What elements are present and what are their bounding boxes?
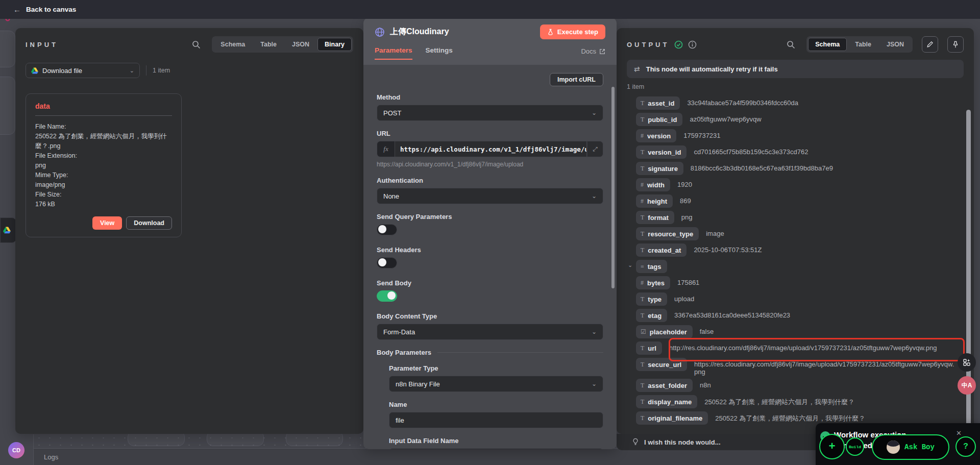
external-link-icon	[599, 48, 605, 55]
add-button[interactable]: +	[819, 434, 845, 459]
node-title: 上傳Cloudinary	[390, 27, 535, 37]
field-key: tags	[648, 263, 662, 271]
output-row-placeholder[interactable]: ☑placeholderfalse	[636, 325, 964, 338]
output-row-asset_folder[interactable]: Tasset_foldern8n	[636, 379, 964, 392]
ask-boy-button[interactable]: Ask Boy	[872, 434, 949, 460]
input-tab-json[interactable]: JSON	[285, 38, 316, 51]
field-pill[interactable]: Tasset_id	[636, 96, 680, 110]
input-tab-binary[interactable]: Binary	[317, 38, 352, 51]
retry-banner: ⇄ This node will automatically retry if …	[627, 60, 964, 78]
send-query-parameters-toggle[interactable]	[377, 224, 397, 235]
open-expression-editor-icon[interactable]: ⤢	[587, 141, 603, 157]
output-row-asset_id[interactable]: Tasset_id33c94fabace57a4f599b0346fdcc60d…	[636, 96, 964, 110]
execute-step-button[interactable]: Execute step	[540, 25, 605, 39]
output-row-height[interactable]: #height869	[636, 194, 964, 208]
field-pill[interactable]: Tresource_type	[636, 227, 699, 240]
field-pill[interactable]: Tformat	[636, 211, 674, 224]
input-data-field-name-input[interactable]: data	[389, 448, 603, 449]
field-pill[interactable]: Tversion_id	[636, 145, 687, 159]
field-pill[interactable]: Turl	[636, 341, 662, 355]
field-pill[interactable]: Tsignature	[636, 162, 683, 175]
output-row-resource_type[interactable]: Tresource_typeimage	[636, 227, 964, 240]
field-key: version	[647, 132, 671, 140]
help-button[interactable]: ?	[955, 436, 976, 457]
field-key: format	[648, 214, 668, 222]
send-headers-toggle[interactable]	[377, 257, 397, 268]
tab-settings[interactable]: Settings	[426, 46, 453, 60]
expression-fx-toggle[interactable]: fx	[377, 141, 395, 157]
output-row-width[interactable]: #width1920	[636, 178, 964, 191]
output-row-type[interactable]: Ttypeupload	[636, 292, 964, 306]
output-row-etag[interactable]: Tetag3367ea53d8161ca0deee51345820fe23	[636, 309, 964, 322]
output-tab-table[interactable]: Table	[848, 38, 878, 51]
parameter-type-select[interactable]: n8n Binary File⌄	[389, 376, 603, 392]
field-pill[interactable]: Tcreated_at	[636, 243, 687, 257]
extensions-icon[interactable]	[958, 353, 976, 372]
google-drive-node[interactable]	[0, 217, 17, 243]
close-icon[interactable]: ✕	[956, 429, 962, 437]
output-row-secure_url[interactable]: Tsecure_urlhttps://res.cloudinary.com/df…	[636, 358, 964, 376]
output-row-url[interactable]: Turlhttp://res.cloudinary.com/dfj86vlj7/…	[636, 341, 964, 355]
string-type-icon: T	[641, 382, 644, 389]
download-button[interactable]: Download	[126, 216, 172, 230]
field-pill[interactable]: Tpublic_id	[636, 113, 682, 126]
edit-output-button[interactable]	[922, 36, 938, 53]
build-button[interactable]: Build	[846, 437, 864, 456]
field-pill[interactable]: #width	[636, 178, 670, 191]
output-row-created_at[interactable]: Tcreated_at2025-10-06T07:53:51Z	[636, 243, 964, 257]
field-pill[interactable]: #bytes	[636, 276, 670, 289]
user-avatar[interactable]: CD	[8, 442, 24, 458]
node-panel-scrollbar[interactable]	[611, 87, 615, 288]
field-pill[interactable]: Toriginal_filename	[636, 411, 708, 425]
string-type-icon: T	[641, 230, 644, 238]
output-row-format[interactable]: Tformatpng	[636, 211, 964, 224]
output-row-signature[interactable]: Tsignature8186bcc6c3b3db0168e5c67ea63f1f…	[636, 162, 964, 175]
input-search-icon[interactable]	[192, 40, 201, 49]
field-key: created_at	[648, 247, 681, 254]
field-pill[interactable]: #height	[636, 194, 673, 208]
input-data-field-name-label: Input Data Field Name	[389, 437, 603, 445]
field-pill[interactable]: Tetag	[636, 309, 667, 322]
output-search-icon[interactable]	[787, 40, 795, 49]
docs-link[interactable]: Docs	[581, 47, 605, 60]
back-to-canvas-link[interactable]: Back to canvas	[26, 6, 76, 13]
translate-icon[interactable]: 中A	[958, 376, 976, 395]
field-pill[interactable]: Ttype	[636, 292, 667, 306]
method-select[interactable]: POST⌄	[377, 105, 603, 121]
output-row-version_id[interactable]: Tversion_idcd701665cf75b85b159c5c3e373cd…	[636, 145, 964, 159]
output-row-tags[interactable]: ⌄≡tags	[636, 260, 964, 273]
string-type-icon: T	[641, 345, 644, 352]
info-icon[interactable]	[688, 40, 697, 49]
field-pill[interactable]: ☑placeholder	[636, 325, 693, 338]
output-row-version[interactable]: #version1759737231	[636, 129, 964, 142]
authentication-select[interactable]: None⌄	[377, 188, 603, 204]
parameter-name-input[interactable]: file	[389, 412, 603, 428]
tab-parameters[interactable]: Parameters	[375, 46, 412, 60]
body-content-type-select[interactable]: Form-Data⌄	[377, 324, 603, 340]
input-panel-title: INPUT	[26, 41, 58, 48]
pin-data-button[interactable]	[947, 36, 964, 53]
input-items-count: 1 item	[153, 67, 170, 74]
field-pill[interactable]: Tdisplay_name	[636, 395, 697, 408]
view-button[interactable]: View	[92, 216, 122, 230]
output-tab-json[interactable]: JSON	[879, 38, 911, 51]
chevron-down-icon[interactable]: ⌄	[628, 262, 632, 268]
input-tab-schema[interactable]: Schema	[213, 38, 252, 51]
string-type-icon: T	[641, 361, 644, 369]
output-row-bytes[interactable]: #bytes175861	[636, 276, 964, 289]
output-row-display_name[interactable]: Tdisplay_name250522 為了創業，經營網站六個月，我學到什麼？	[636, 395, 964, 408]
output-tab-schema[interactable]: Schema	[808, 38, 847, 51]
url-input[interactable]: https://api.cloudinary.com/v1_1/dfj86vlj…	[395, 141, 587, 157]
output-row-public_id[interactable]: Tpublic_idaz05tftguww7wep6yvqw	[636, 113, 964, 126]
authentication-label: Authentication	[377, 177, 603, 184]
back-arrow-icon[interactable]: ←	[13, 5, 21, 14]
field-pill[interactable]: Tasset_folder	[636, 379, 693, 392]
field-pill[interactable]: ≡tags	[636, 260, 667, 273]
field-pill[interactable]: Tsecure_url	[636, 358, 687, 371]
field-pill[interactable]: #version	[636, 129, 676, 142]
input-node-selector[interactable]: Download file ⌄	[26, 63, 140, 78]
send-body-toggle[interactable]	[377, 290, 397, 302]
import-curl-button[interactable]: Import cURL	[550, 73, 603, 86]
field-value: 869	[680, 194, 698, 205]
input-tab-table[interactable]: Table	[253, 38, 284, 51]
